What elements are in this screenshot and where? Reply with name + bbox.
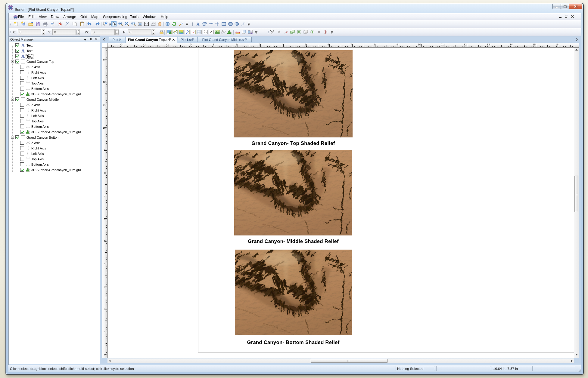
svg-text:?: ?: [105, 22, 107, 24]
svg-text:A: A: [21, 43, 25, 48]
svg-text:A: A: [196, 22, 200, 26]
svg-text:A: A: [21, 48, 25, 53]
svg-text:A: A: [21, 54, 25, 58]
